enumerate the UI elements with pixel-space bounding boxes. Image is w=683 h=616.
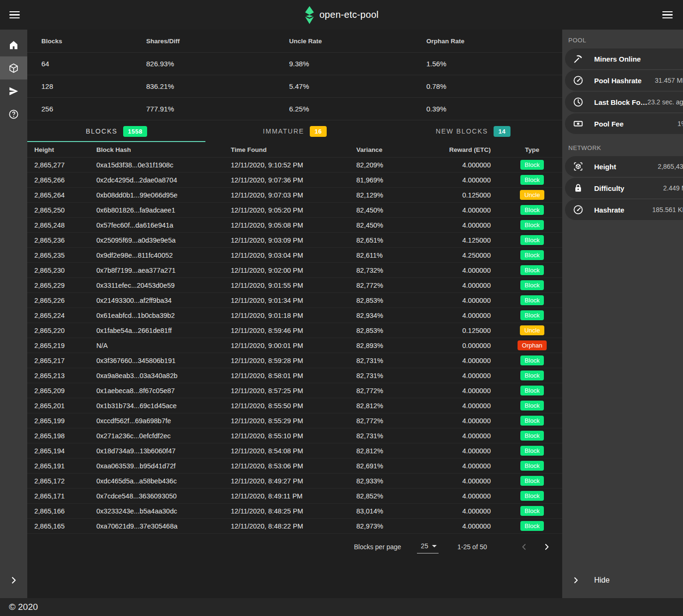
luck-table-header: Blocks Shares/Diff Uncle Rate Orphan Rat…: [27, 30, 562, 53]
table-row: 2,865,166 0x3233243e...b5a4aa30dc 12/11/…: [27, 504, 562, 519]
tab-immature[interactable]: IMMATURE 16: [205, 120, 384, 142]
cell-block-hash: 0x21493300...af2ff9ba34: [89, 297, 224, 304]
table-row: 2,865,248 0x57fec60f...da616e941a 12/11/…: [27, 218, 562, 233]
cell-type: Uncle: [502, 190, 562, 200]
cell-blocks: 64: [34, 60, 139, 68]
tab-new-blocks[interactable]: NEW BLOCKS 14: [384, 120, 562, 142]
type-badge: Orphan: [518, 340, 546, 350]
home-icon: [8, 39, 19, 51]
cell-time-found: 12/11/2020, 9:05:08 PM: [224, 221, 349, 229]
stat-label: Miners Online: [594, 55, 641, 63]
cell-type: Block: [502, 386, 562, 395]
top-app-bar: open-etc-pool: [0, 0, 683, 30]
cell-type: Block: [502, 401, 562, 411]
cell-variance: 82,772%: [349, 387, 429, 395]
cell-variance: 82,450%: [349, 221, 429, 229]
nav-payments[interactable]: [0, 79, 27, 103]
cell-height: 2,865,277: [27, 161, 89, 169]
table-row: 2,865,219 N/A 12/11/2020, 9:00:01 PM 82,…: [27, 338, 562, 353]
col-reward: Reward (ETC): [429, 146, 502, 153]
main-content: Blocks Shares/Diff Uncle Rate Orphan Rat…: [27, 30, 562, 598]
stat-last-block-found: Last Block Fo… 23.2 sec. ago: [565, 92, 683, 112]
luck-table-row: 64 826.93% 9.38% 1.56%: [27, 53, 562, 75]
cell-time-found: 12/11/2020, 9:03:09 PM: [224, 237, 349, 244]
cell-reward: 4.000000: [429, 507, 502, 515]
stat-value: 2,865,431: [658, 163, 683, 170]
gauge-icon: [573, 75, 584, 86]
cell-time-found: 12/11/2020, 8:48:25 PM: [224, 507, 349, 515]
nav-home[interactable]: [0, 33, 27, 56]
copyright-text: © 2020: [9, 602, 38, 612]
type-badge: Block: [520, 521, 544, 531]
cell-height: 2,865,198: [27, 432, 89, 440]
right-menu-icon[interactable]: [659, 8, 675, 22]
stat-value: 31.457 MH: [655, 77, 683, 84]
type-badge: Block: [520, 235, 544, 245]
cell-block-hash: 0x3f367660...345806b191: [89, 357, 224, 364]
cell-reward: 4.000000: [429, 357, 502, 364]
chevron-right-icon: [9, 576, 18, 585]
per-page-select[interactable]: 25: [417, 540, 439, 553]
type-badge: Block: [520, 476, 544, 486]
cell-type: Block: [502, 280, 562, 290]
per-page-label: Blocks per page: [354, 543, 401, 551]
cell-variance: 82,933%: [349, 477, 429, 485]
col-blocks: Blocks: [34, 38, 139, 45]
table-row: 2,865,191 0xaa063539...b95d41d72f 12/11/…: [27, 458, 562, 474]
left-menu-icon[interactable]: [7, 8, 23, 22]
per-page-value: 25: [421, 542, 428, 550]
table-row: 2,865,213 0xa9a8eab3...03a340a82b 12/11/…: [27, 368, 562, 383]
table-row: 2,865,172 0xdc465d5a...a58beb436c 12/11/…: [27, 474, 562, 489]
cell-type: Block: [502, 355, 562, 365]
table-row: 2,865,250 0x6b801826...fa9adcaee1 12/11/…: [27, 203, 562, 218]
cell-time-found: 12/11/2020, 8:55:29 PM: [224, 417, 349, 425]
expand-rail-button[interactable]: [0, 568, 27, 592]
blocks-table-body: 2,865,277 0xa15d3f38...0e31f1908c 12/11/…: [27, 158, 562, 534]
type-badge: Block: [520, 160, 544, 170]
next-page-button[interactable]: [541, 541, 553, 553]
cell-variance: 82,934%: [349, 312, 429, 319]
col-orphan-rate: Orphan Rate: [419, 38, 562, 45]
type-badge: Uncle: [520, 190, 544, 200]
cell-block-hash: 0xa15d3f38...0e31f1908c: [89, 161, 224, 169]
banknote-icon: [573, 118, 584, 129]
cell-block-hash: 0x2dc4295d...2dae0a8704: [89, 176, 224, 184]
cell-height: 2,865,209: [27, 387, 89, 395]
cell-type: Block: [502, 220, 562, 230]
nav-help[interactable]: [0, 103, 27, 126]
cell-height: 2,865,224: [27, 312, 89, 319]
cell-block-hash: 0x7b8f7199...aea377a271: [89, 267, 224, 274]
cell-blocks: 256: [34, 105, 139, 113]
cell-variance: 82,209%: [349, 161, 429, 169]
blocks-table-header: Height Block Hash Time Found Variance Re…: [27, 142, 562, 158]
cell-height: 2,865,194: [27, 447, 89, 455]
block-tabs: BLOCKS 1558 IMMATURE 16 NEW BLOCKS 14: [27, 120, 562, 142]
tab-blocks[interactable]: BLOCKS 1558: [27, 120, 205, 142]
table-row: 2,865,230 0x7b8f7199...aea377a271 12/11/…: [27, 263, 562, 278]
cell-height: 2,865,235: [27, 252, 89, 259]
cell-variance: 82,732%: [349, 267, 429, 274]
cell-height: 2,865,266: [27, 176, 89, 184]
table-row: 2,865,199 0xccdf562f...69a698b7fe 12/11/…: [27, 413, 562, 428]
prev-page-button[interactable]: [518, 541, 530, 553]
tab-blocks-label: BLOCKS: [86, 127, 118, 135]
cell-variance: 82,450%: [349, 206, 429, 214]
cell-time-found: 12/11/2020, 9:07:36 PM: [224, 176, 349, 184]
nav-blocks[interactable]: [0, 56, 27, 79]
cell-variance: 82,611%: [349, 252, 429, 259]
table-row: 2,865,224 0x61eabfcd...1b0cba39b2 12/11/…: [27, 308, 562, 323]
clock-icon: [573, 96, 584, 108]
cell-reward: 4.000000: [429, 417, 502, 425]
pagination-bar: Blocks per page 25 1-25 of 50: [27, 534, 562, 560]
cell-time-found: 12/11/2020, 9:05:20 PM: [224, 206, 349, 214]
cell-reward: 4.000000: [429, 447, 502, 455]
type-badge: Block: [520, 401, 544, 411]
cube-scan-icon: [573, 161, 584, 172]
hide-sidebar-button[interactable]: Hide: [562, 569, 683, 592]
stat-network-hashrate: Hashrate 185.561 KH: [565, 199, 683, 220]
cell-type: Block: [502, 160, 562, 170]
col-time-found: Time Found: [224, 146, 349, 153]
cell-height: 2,865,172: [27, 477, 89, 485]
stat-value: 1%: [677, 120, 683, 127]
cell-time-found: 12/11/2020, 9:01:18 PM: [224, 312, 349, 319]
